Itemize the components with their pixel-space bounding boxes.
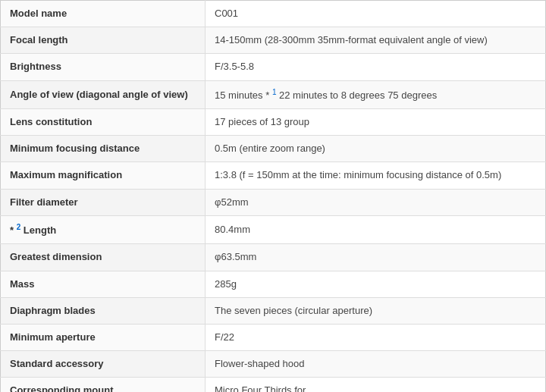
row-value: φ52mm	[206, 189, 546, 215]
row-value: F/22	[206, 324, 546, 350]
row-label: Corresponding mount	[1, 378, 206, 392]
row-value: Flower-shaped hood	[206, 351, 546, 378]
specs-table: Model nameC001Focal length14-150mm (28-3…	[0, 0, 546, 392]
row-label: Lens constitution	[1, 109, 206, 136]
table-row: Mass285g	[1, 271, 546, 297]
row-value: Micro Four Thirds for	[206, 378, 546, 392]
row-value: 0.5m (entire zoom range)	[206, 136, 546, 162]
table-row: Model nameC001	[1, 1, 546, 27]
table-row: Lens constitution17 pieces of 13 group	[1, 109, 546, 136]
row-label: Diaphragm blades	[1, 297, 206, 324]
row-value: 80.4mm	[206, 215, 546, 244]
table-row: * 2 Length80.4mm	[1, 215, 546, 244]
row-value: F/3.5-5.8	[206, 54, 546, 80]
row-label: Standard accessory	[1, 351, 206, 378]
row-label: Filter diameter	[1, 189, 206, 215]
row-value: 15 minutes * 1 22 minutes to 8 degrees 7…	[206, 80, 546, 109]
row-label: Minimum focusing distance	[1, 136, 206, 162]
row-label: Brightness	[1, 54, 206, 80]
row-label: Model name	[1, 1, 206, 27]
row-label: Greatest dimension	[1, 244, 206, 271]
table-row: Minimum focusing distance0.5m (entire zo…	[1, 136, 546, 162]
table-row: Angle of view (diagonal angle of view)15…	[1, 80, 546, 109]
row-value: C001	[206, 1, 546, 27]
table-row: Greatest dimensionφ63.5mm	[1, 244, 546, 271]
table-row: Diaphragm bladesThe seven pieces (circul…	[1, 297, 546, 324]
table-row: Focal length14-150mm (28-300mm 35mm-form…	[1, 27, 546, 54]
row-label: Angle of view (diagonal angle of view)	[1, 80, 206, 109]
table-row: Minimum apertureF/22	[1, 324, 546, 350]
row-value: The seven pieces (circular aperture)	[206, 297, 546, 324]
table-row: Maximum magnification1:3.8 (f = 150mm at…	[1, 162, 546, 189]
row-value: φ63.5mm	[206, 244, 546, 271]
table-row: Corresponding mountMicro Four Thirds for	[1, 378, 546, 392]
row-label: * 2 Length	[1, 215, 206, 244]
table-row: Filter diameterφ52mm	[1, 189, 546, 215]
row-value: 285g	[206, 271, 546, 297]
table-row: Standard accessoryFlower-shaped hood	[1, 351, 546, 378]
row-label: Mass	[1, 271, 206, 297]
row-label: Focal length	[1, 27, 206, 54]
row-value: 1:3.8 (f = 150mm at the time: minimum fo…	[206, 162, 546, 189]
table-row: BrightnessF/3.5-5.8	[1, 54, 546, 80]
row-label: Minimum aperture	[1, 324, 206, 350]
row-label: Maximum magnification	[1, 162, 206, 189]
row-value: 17 pieces of 13 group	[206, 109, 546, 136]
row-value: 14-150mm (28-300mm 35mm-format equivalen…	[206, 27, 546, 54]
